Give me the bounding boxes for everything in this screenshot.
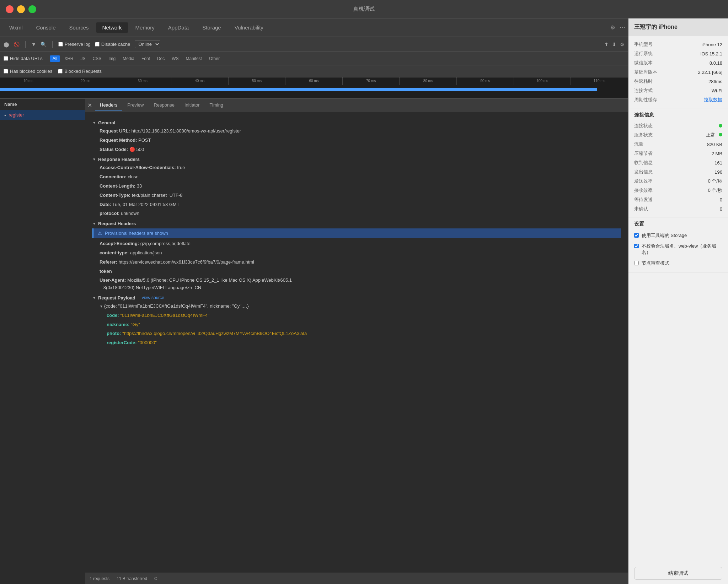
detail-close-icon[interactable]: ✕ — [87, 102, 92, 109]
payload-photo: photo: "https://thirdwx.qlogo.cn/mmopen/… — [100, 330, 621, 337]
tab-wxml[interactable]: Wxml — [3, 22, 29, 33]
hide-data-urls-label[interactable]: Hide data URLs — [4, 56, 43, 61]
file-list-header: Name — [0, 99, 85, 110]
network-throttle-select[interactable]: Online — [135, 40, 160, 48]
detail-tab-response[interactable]: Response — [149, 100, 180, 110]
general-title: General — [98, 120, 115, 125]
filter-font[interactable]: Font — [139, 55, 153, 62]
filter-xhr[interactable]: XHR — [61, 55, 76, 62]
file-item-register[interactable]: ▪ register — [0, 110, 85, 120]
blocked-requests-label[interactable]: Blocked Requests — [58, 69, 102, 74]
disable-cache-checkbox-label[interactable]: Disable cache — [95, 42, 130, 47]
tick-70ms: 70 ms — [343, 77, 400, 85]
tab-console[interactable]: Console — [30, 22, 62, 33]
stop-recording-icon[interactable]: ⬤ — [4, 42, 9, 47]
detail-tab-initiator[interactable]: Initiator — [180, 100, 205, 110]
titlebar: 真机调试 — [0, 0, 728, 18]
no-validate-checkbox[interactable] — [634, 244, 639, 248]
request-url-val: http://192.168.123.91:8080/emos-wx-api/u… — [132, 128, 241, 134]
close-button[interactable] — [6, 5, 14, 13]
disable-cache-checkbox[interactable] — [95, 42, 100, 47]
filter-icon[interactable]: ▼ — [31, 42, 36, 47]
node-check-checkbox[interactable] — [634, 261, 639, 265]
payload-nickname-val: "Gy" — [131, 322, 140, 327]
upload-icon[interactable]: ⬆ — [604, 42, 609, 47]
hide-data-urls-checkbox[interactable] — [4, 56, 8, 61]
use-storage-checkbox[interactable] — [634, 233, 639, 238]
device-info-section: 手机型号 iPhone 12 运行系统 iOS 15.2.1 微信版本 8.0.… — [628, 36, 728, 108]
tab-storage[interactable]: Storage — [196, 22, 228, 33]
general-section-header[interactable]: ▼ General — [92, 120, 621, 125]
payload-summary[interactable]: ▼ {code: "011IWmFa1bnEJC0XftGa1dsfOq4IWm… — [100, 303, 621, 310]
blocked-requests-checkbox[interactable] — [58, 69, 63, 74]
cache-val[interactable]: 拉取数据 — [704, 97, 722, 103]
rh-protocol: protocol: unknown — [100, 210, 621, 217]
more-icon[interactable]: ⋯ — [620, 24, 625, 31]
has-blocked-cookies-label[interactable]: Has blocked cookies — [4, 69, 52, 74]
end-debug-button[interactable]: 结束调试 — [634, 567, 722, 580]
maximize-button[interactable] — [28, 5, 36, 13]
download-icon[interactable]: ⬇ — [612, 42, 616, 47]
response-headers-collapse-icon: ▼ — [92, 157, 96, 161]
rh-content-length-key: Content-Length: — [100, 183, 135, 189]
tab-memory[interactable]: Memory — [129, 22, 161, 33]
use-storage-setting: 使用工具端的 Storage — [634, 230, 722, 241]
rqh-accept-encoding: Accept-Encoding: gzip,compress,br,deflat… — [100, 240, 621, 248]
request-method-val: POST — [138, 137, 151, 143]
rh-connection-val: close — [128, 174, 138, 179]
settings-icon[interactable]: ⚙ — [610, 24, 615, 31]
detail-tab-headers[interactable]: Headers — [95, 100, 122, 110]
filter-ws[interactable]: WS — [169, 55, 181, 62]
other-status: C — [154, 576, 157, 581]
settings-section: 设置 使用工具端的 Storage 不校验合法域名、web-view（业务域名）… — [628, 217, 728, 272]
filter-media[interactable]: Media — [120, 55, 137, 62]
tick-90ms: 90 ms — [457, 77, 514, 85]
main-container: Wxml Console Sources Network Memory AppD… — [0, 18, 728, 584]
view-source-link[interactable]: view source — [142, 295, 164, 300]
wechat-version-val: 8.0.18 — [710, 60, 722, 66]
network-toolbar: ⬤ 🚫 ▼ 🔍 Preserve log Disable cache Onlin… — [0, 37, 628, 52]
pending-key: 等待发送 — [634, 196, 653, 203]
tick-30ms: 30 ms — [114, 77, 171, 85]
tab-network[interactable]: Network — [96, 22, 128, 33]
rqh-referer: Referer: https://servicewechat.com/wx61f… — [100, 259, 621, 266]
tab-vulnerability[interactable]: Vulnerability — [228, 22, 270, 33]
rh-content-type: Content-Type: text/plain;charset=UTF-8 — [100, 192, 621, 199]
request-url-key: Request URL: — [100, 128, 130, 134]
network-settings-icon[interactable]: ⚙ — [620, 42, 625, 47]
minimize-button[interactable] — [17, 5, 25, 13]
rqh-user-agent-val: Mozilla/5.0 (iPhone; CPU iPhone OS 15_2_… — [100, 277, 292, 290]
response-headers-section-header[interactable]: ▼ Response Headers — [92, 157, 621, 162]
payload-code: code: "011IWmFa1bnEJC0XftGa1dsfOq4IWmF4" — [100, 312, 621, 319]
window-title: 真机调试 — [353, 6, 375, 12]
payload-photo-val: "https://thirdwx.qlogo.cn/mmopen/vi_32/Q… — [122, 331, 307, 336]
request-payload-section-header[interactable]: ▼ Request Payload view source — [92, 295, 621, 301]
filter-img[interactable]: Img — [106, 55, 118, 62]
request-headers-section-header[interactable]: ▼ Request Headers — [92, 221, 621, 226]
search-icon[interactable]: 🔍 — [41, 42, 47, 47]
traffic-val: 820 KB — [707, 142, 722, 147]
payload-items: ▼ {code: "011IWmFa1bnEJC0XftGa1dsfOq4IWm… — [92, 303, 621, 347]
rqh-user-agent-key: User-Agent: — [100, 277, 126, 283]
filter-manifest[interactable]: Manifest — [183, 55, 205, 62]
has-blocked-cookies-text: Has blocked cookies — [10, 69, 52, 74]
filter-doc[interactable]: Doc — [154, 55, 167, 62]
tick-110ms: 110 ms — [571, 77, 628, 85]
preserve-log-checkbox[interactable] — [58, 42, 63, 47]
rh-protocol-key: protocol: — [100, 211, 119, 216]
clear-icon[interactable]: 🚫 — [14, 42, 20, 47]
preserve-log-checkbox-label[interactable]: Preserve log — [58, 42, 91, 47]
tab-sources[interactable]: Sources — [63, 22, 95, 33]
detail-tab-timing[interactable]: Timing — [205, 100, 229, 110]
filter-css[interactable]: CSS — [90, 55, 104, 62]
tab-appdata[interactable]: AppData — [162, 22, 195, 33]
filter-all[interactable]: All — [50, 55, 60, 62]
conn-status-key: 连接状态 — [634, 123, 653, 129]
payload-register-code-val: "000000" — [138, 340, 157, 345]
filter-js[interactable]: JS — [77, 55, 88, 62]
detail-tab-preview[interactable]: Preview — [122, 100, 149, 110]
has-blocked-cookies-checkbox[interactable] — [4, 69, 8, 74]
filter-other[interactable]: Other — [206, 55, 223, 62]
request-payload-collapse-icon: ▼ — [92, 296, 96, 300]
rqh-referer-val: https://servicewechat.com/wx61f33ce7c6f9… — [118, 259, 254, 265]
